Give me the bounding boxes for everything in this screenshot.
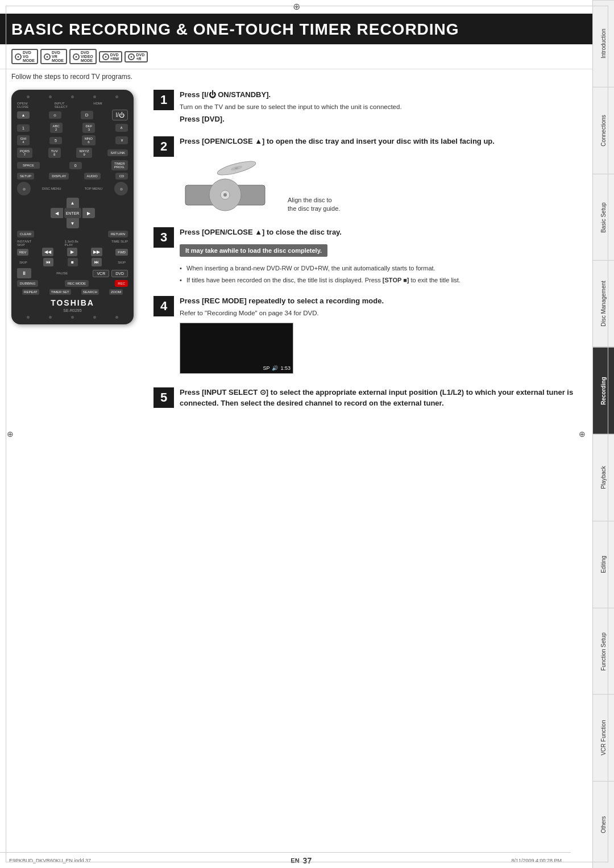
hdmi-button[interactable]: D [81,111,93,119]
step-3-infobox-container: It may take awhile to load the disc comp… [180,241,581,260]
sidebar-section-function-setup[interactable]: Function Setup [593,608,614,695]
dvd-button[interactable]: DVD [111,270,128,277]
d-pad-right[interactable]: ▶ [82,208,95,218]
sidebar-section-others[interactable]: Others [593,781,614,868]
btn-tuv[interactable]: TUV8 [48,148,61,158]
crosshair-right: ⊕ [579,429,586,439]
skip-back-button[interactable]: ⏮ [43,258,53,266]
remote-dot-4 [93,95,96,98]
btn-pqrs[interactable]: PQRS7 [17,148,32,158]
d-pad-up[interactable]: ▲ [67,198,79,208]
remote-dot-5 [115,95,118,98]
bottom-pagenum: EN 37 [291,856,312,865]
btn-ghi[interactable]: GHI4 [17,135,30,145]
steps-content: 1 Press [I/⏻ ON/STANDBY]. Turn on the TV… [154,90,581,420]
fwd-ff-button[interactable]: ▶▶ [91,248,102,256]
dubbing-button[interactable]: DUBBING [17,280,38,287]
btn-1[interactable]: 1 [17,124,30,132]
remote-control: OPEN/CLOSE INPUTSELECT HDMI ▲ ⊙ D I/⏻ 1 … [11,90,134,324]
step-2-title-bold: Press [OPEN/CLOSE ▲] to open the disc tr… [180,137,495,145]
display-button[interactable]: DISPLAY [49,173,69,180]
setup-button[interactable]: SETUP [17,173,34,180]
en-label: EN [291,857,299,864]
sidebar-section-introduction[interactable]: Introduction [593,0,614,87]
numpad-row-4: SPACE 0 TIMERPROG. [17,160,128,170]
btn-0[interactable]: 0 [69,162,82,169]
input-select-button[interactable]: ⊙ [49,111,61,119]
skip-fwd-label: SKIP [115,259,128,266]
sidebar-section-recording[interactable]: Recording [593,347,614,434]
d-pad-down[interactable]: ▼ [67,218,79,228]
sidebar-section-playback[interactable]: Playback [593,434,614,521]
btn-mno[interactable]: MNO6 [82,135,96,145]
recording-sp: SP [263,365,269,371]
audio-button[interactable]: AUDIO [84,173,101,180]
fwd-button[interactable]: FWD [115,249,128,256]
sidebar-section-vcr-function[interactable]: VCR Function [593,694,614,781]
remote-label-row-top: OPEN/CLOSE INPUTSELECT HDMI [17,102,128,108]
power-button[interactable]: I/⏻ [112,110,128,120]
search-button[interactable]: SEARCH [81,289,99,295]
number-pad-area: 1 ABC2 DEF3 ∧ GHI4 5 MNO6 ∨ PQRS7 TUV8 [17,123,128,170]
d-pad-left[interactable]: ◀ [51,208,63,218]
cd-button[interactable]: CD [115,173,128,180]
step-3-content: Press [OPEN/CLOSE ▲] to close the disc t… [180,227,581,287]
eject-button[interactable]: ▲ [17,111,30,119]
step-5-number: 5 [154,387,174,408]
step-1-sub: Press [DVD]. [180,114,581,124]
remote-brand: TOSHIBA [17,298,128,307]
btn-wxyz[interactable]: WXYZ9 [76,148,92,158]
timer-set-button[interactable]: TIMER SET [49,289,71,295]
top-menu-button[interactable]: ⊙ [114,182,128,195]
pause-button[interactable]: ⏸ [17,268,31,278]
disc-menu-button[interactable]: ⊙ [17,182,31,195]
btn-5[interactable]: 5 [49,137,62,144]
disc-illustration: Align the disc tothe disc tray guide. [180,151,581,214]
rec-mode-button[interactable]: REC MODE [65,280,89,287]
remote-dot-2 [49,95,52,98]
step-5-content: Press [INPUT SELECT ⊙] to select the app… [180,387,581,410]
enter-button[interactable]: ENTER [64,208,81,218]
play-center[interactable]: ▶ [67,248,77,256]
time-slip-label: TIME SLIP [111,240,128,247]
subtitle-text: Follow the steps to record TV programs. [0,69,592,84]
btn-abc[interactable]: ABC2 [50,123,63,133]
dvd-icon-vg: DVDVGMODE [11,49,38,64]
remote-dot-b4 [93,316,96,319]
sidebar-section-disc-management[interactable]: Disc Management [593,260,614,347]
sidebar-section-editing[interactable]: Editing [593,521,614,608]
return-button[interactable]: RETURN [108,231,128,237]
instant-skip-label: INSTANTSKIP [17,240,31,247]
recording-icon: 🔊 [272,365,278,371]
sidebar-section-connections[interactable]: Connections [593,87,614,174]
remote-dot-b2 [49,316,52,319]
remote-bottom-dots [17,316,128,319]
btn-def[interactable]: DEF3 [82,123,95,133]
recording-status: SP 🔊 1:53 [263,365,291,371]
sidebar-section-basic-setup[interactable]: Basic Setup [593,174,614,261]
btn-satlink[interactable]: SAT.LINK [107,149,128,156]
remote-top-row: ▲ ⊙ D I/⏻ [17,110,128,120]
btn-timerprog[interactable]: TIMERPROG. [111,160,128,170]
btn-chdown[interactable]: ∨ [115,136,128,144]
stop-button[interactable]: ■ [68,258,78,266]
rev-button[interactable]: REV [17,249,28,256]
clear-button[interactable]: CLEAR [17,231,34,237]
btn-chup[interactable]: ∧ [115,124,128,132]
step-1-body: Turn on the TV and be sure to select the… [180,102,581,112]
repeat-button[interactable]: REPEAT [22,289,39,295]
rev-ff-button[interactable]: ◀◀ [42,248,53,256]
dvd-r-label: DVD+R [136,53,144,61]
skip-fwd-button[interactable]: ⏭ [92,258,102,266]
btn-space[interactable]: SPACE [17,162,40,169]
crosshair-top: ⊕ [0,0,592,14]
rec-button[interactable]: REC [115,280,128,287]
dvd-icon-rw: DVD+RW [99,51,123,62]
step-1-title-bold: Press [I/⏻ ON/STANDBY]. [180,90,271,99]
d-pad-up-row: ▲ [67,198,79,208]
remote-container: OPEN/CLOSE INPUTSELECT HDMI ▲ ⊙ D I/⏻ 1 … [11,90,142,420]
vcr-button[interactable]: VCR [93,270,109,277]
d-pad-container: ▲ ◀ ENTER ▶ ▼ [17,198,128,228]
dubbing-rec-row: DUBBING REC MODE REC [17,280,128,287]
zoom-button[interactable]: ZOOM [109,289,123,295]
